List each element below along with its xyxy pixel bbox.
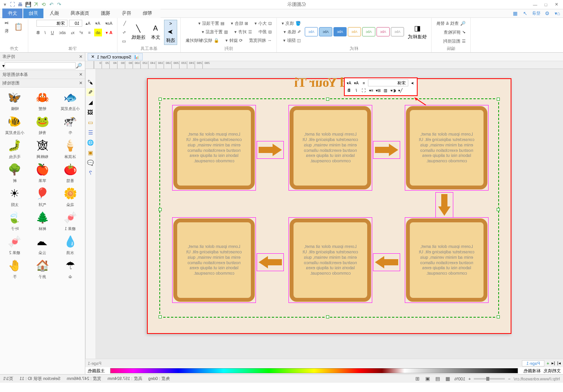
- ft-pointer-icon[interactable]: ➤: [409, 80, 416, 86]
- tool-globe-icon[interactable]: 🌐: [87, 139, 95, 146]
- ft-bold-icon[interactable]: B: [346, 87, 352, 93]
- style-swatch-3[interactable]: Abc: [333, 27, 347, 36]
- tab-start[interactable]: 开始: [23, 9, 43, 18]
- home-icon[interactable]: ⌂▾: [554, 10, 561, 17]
- doc-tab[interactable]: 📊 Sequence Chart 1 ✕: [88, 53, 143, 60]
- resize-handle-ne[interactable]: [159, 98, 162, 101]
- tab-help[interactable]: 帮助: [137, 9, 157, 18]
- sendback-button[interactable]: ▥ 置于底层▾: [200, 28, 230, 36]
- sequence-card[interactable]: Lorem ipsum dolor sit amet, consectetur …: [173, 218, 255, 302]
- close-button[interactable]: ✕: [552, 1, 561, 9]
- shape-item[interactable]: ☂伞: [57, 257, 83, 280]
- shape-item[interactable]: 🦀螃蟹: [29, 89, 56, 112]
- samew-button[interactable]: ↔ 相同宽度: [247, 36, 273, 44]
- zoom-slider[interactable]: [474, 378, 505, 380]
- font-shrink-icon[interactable]: A▾: [93, 19, 102, 27]
- size-button[interactable]: ⊡ 大小▾: [253, 19, 273, 27]
- ft-fill-icon[interactable]: ◐▾: [390, 87, 396, 93]
- shape-item[interactable]: 🦋蝴蝶: [2, 89, 28, 112]
- view-mode-1-icon[interactable]: ▦: [444, 375, 451, 382]
- tab-file[interactable]: 文件: [2, 9, 22, 18]
- shape-item[interactable]: 🐛毛毛虫: [2, 137, 28, 160]
- strike-button[interactable]: abc: [57, 29, 67, 36]
- shape-rect-icon[interactable]: ▭: [121, 37, 128, 45]
- page-tab-1[interactable]: Page-1: [522, 360, 544, 366]
- arrow-down-icon[interactable]: [435, 192, 453, 218]
- resize-handle-sw[interactable]: [497, 315, 500, 318]
- panel-close-icon[interactable]: ✕: [79, 54, 83, 59]
- tab-symbol[interactable]: 符号: [116, 9, 136, 18]
- section-1-label[interactable]: 基本绘图形状: [2, 72, 28, 77]
- resize-handle-nw[interactable]: [497, 98, 500, 101]
- line-button[interactable]: ✎ 线条▾: [280, 28, 302, 36]
- view-mode-2-icon[interactable]: ▤: [434, 375, 441, 382]
- bullet-icon[interactable]: ≡: [86, 29, 92, 36]
- page-add-button[interactable]: +: [547, 361, 549, 366]
- tool-triangle-icon[interactable]: ◣: [87, 98, 95, 106]
- centerh-button[interactable]: ⊟ 居中: [257, 28, 273, 36]
- shape-item[interactable]: 🍬糖果 1: [57, 209, 83, 232]
- tool-paint-icon[interactable]: 🖌: [87, 78, 95, 86]
- connector-tool[interactable]: ╱连接线: [130, 23, 147, 41]
- maximize-button[interactable]: □: [541, 1, 551, 9]
- align-button[interactable]: ☰ 对齐▾: [233, 28, 254, 36]
- ft-align-icon[interactable]: ≡▾: [368, 87, 374, 93]
- color-strip[interactable]: [110, 368, 518, 373]
- style-swatch-5[interactable]: Abc: [362, 27, 375, 36]
- arrow-left-icon[interactable]: [257, 141, 284, 159]
- select-tool[interactable]: < ➤选择: [164, 20, 177, 45]
- sub-button[interactable]: x₂: [69, 29, 76, 36]
- ft-expand-icon[interactable]: ⛶: [361, 87, 367, 93]
- shape-item[interactable]: 🕸蜘蛛网: [29, 137, 56, 160]
- ft-fontcolor-icon[interactable]: A▾: [346, 80, 352, 86]
- shape-item[interactable]: 🌲树林: [29, 209, 56, 232]
- shape-line-icon[interactable]: ╲: [121, 19, 128, 27]
- cut-icon[interactable]: ✂: [3, 19, 10, 26]
- shadow-button[interactable]: ◫ 阴影▾: [280, 36, 302, 44]
- resize-handle-e[interactable]: [159, 208, 162, 211]
- shape-item[interactable]: 🍦冰淇淋: [57, 137, 83, 160]
- ft-bullet-icon[interactable]: ≡: [361, 80, 367, 86]
- dropdown-icon[interactable]: ▾: [2, 1, 9, 8]
- shape-item[interactable]: 🎈气球: [29, 185, 56, 208]
- fontcolor-icon[interactable]: A▾: [104, 29, 114, 36]
- login-link[interactable]: 登录: [532, 10, 541, 16]
- style-swatch-2[interactable]: Abc: [319, 27, 332, 36]
- ft-grid-icon[interactable]: ⊞▾: [375, 87, 382, 93]
- highlight-icon[interactable]: ab: [94, 29, 102, 36]
- sequence-card[interactable]: Lorem ipsum dolor sit amet, consectetur …: [173, 106, 255, 189]
- shape-item[interactable]: ☀太阳: [2, 185, 28, 208]
- bringfront-button[interactable]: ▤ 置于顶层▾: [197, 19, 226, 27]
- spell-button[interactable]: ✔ 拼写检查: [442, 28, 467, 36]
- sequence-card[interactable]: Lorem ipsum dolor sit amet, consectetur …: [290, 218, 371, 302]
- tool-chat-icon[interactable]: 💬: [87, 159, 95, 167]
- page[interactable]: Add Your Ti A▾ A▾ ≡ 宋体 ➤ B I ⛶: [147, 78, 511, 334]
- tab-view[interactable]: 视图: [95, 9, 116, 18]
- zoom-out-icon[interactable]: −: [508, 377, 510, 381]
- ft-fontsize-icon[interactable]: A▾: [353, 80, 359, 86]
- search-dropdown-icon[interactable]: ▾: [2, 63, 5, 69]
- page-prev-icon[interactable]: |◂: [551, 361, 555, 366]
- shape-item[interactable]: 🐟小丑鱼尼莫: [57, 89, 83, 112]
- font-name-input[interactable]: 宋体: [36, 20, 67, 27]
- font-case-icon[interactable]: Aa▾: [104, 19, 114, 27]
- shape-item[interactable]: ☁云朵: [29, 233, 56, 256]
- fill-button[interactable]: 🪣 填充▾: [280, 19, 302, 27]
- tool-rect-icon[interactable]: ▭: [87, 119, 95, 126]
- arrow-right-icon[interactable]: [257, 253, 284, 271]
- close-tab-icon[interactable]: ✕: [91, 54, 95, 59]
- shape-item[interactable]: 🍃叶子: [2, 209, 28, 232]
- minimize-button[interactable]: —: [530, 1, 540, 9]
- export-icon[interactable]: ⇱: [33, 1, 40, 8]
- resize-handle-se[interactable]: [159, 315, 162, 318]
- ft-cols-icon[interactable]: ▥: [383, 87, 389, 93]
- shape-item[interactable]: 🐠小丑鱼尼莫: [2, 113, 28, 136]
- sequence-card[interactable]: Lorem ipsum dolor sit amet, consectetur …: [406, 106, 487, 189]
- ft-line-icon[interactable]: ╲▾: [397, 87, 404, 93]
- canvas[interactable]: Add Your Ti A▾ A▾ ≡ 宋体 ➤ B I ⛶: [95, 69, 563, 359]
- group-button[interactable]: ⊞ 组合▾: [229, 19, 250, 27]
- shape-item[interactable]: 💧水滴: [57, 233, 83, 256]
- tab-insert[interactable]: 插入: [44, 9, 64, 18]
- tool-frame-icon[interactable]: ▣: [87, 149, 95, 156]
- style-swatch-6[interactable]: Abc: [376, 27, 390, 36]
